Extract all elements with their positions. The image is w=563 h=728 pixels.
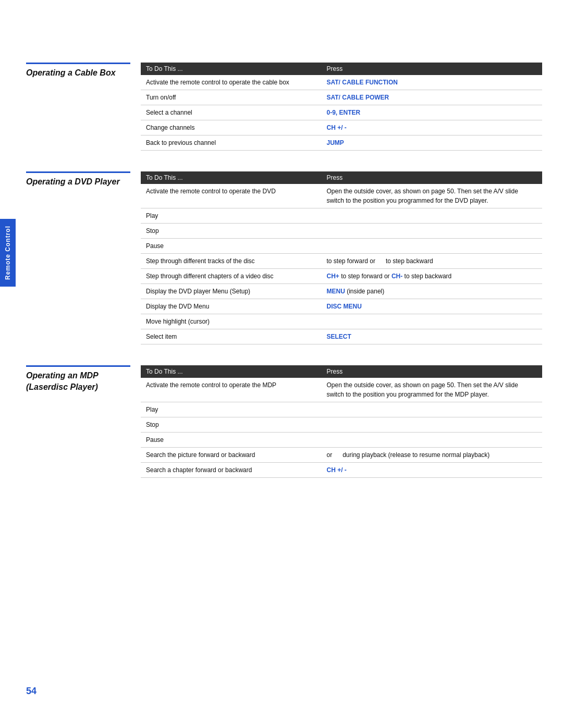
table-row: Step through different chapters of a vid… <box>141 269 542 284</box>
row-col1: Activate the remote control to operate t… <box>141 75 322 90</box>
row-col1: Select a channel <box>141 105 322 120</box>
row-col1: Search a chapter forward or backward <box>141 463 322 478</box>
row-col2: 0-9, ENTER <box>322 105 543 120</box>
row-col2: CH+ to step forward or CH- to step backw… <box>322 269 543 284</box>
table-row: Stop <box>141 417 542 433</box>
col2-header-dvd: Press <box>322 171 543 184</box>
main-content: Operating a Cable Box To Do This ... Pre… <box>26 63 542 728</box>
col1-header-mdp: To Do This ... <box>141 365 322 378</box>
table-row: Pause <box>141 239 542 254</box>
section-title-mdp: Operating an MDP (Laserdisc Player) <box>26 365 130 393</box>
side-tab: Remote Control <box>0 219 16 287</box>
page-container: Remote Control Operating a Cable Box To … <box>0 0 563 728</box>
col2-header-cable: Press <box>322 63 543 75</box>
row-col1: Activate the remote control to operate t… <box>141 378 322 402</box>
section-dvd-player: Operating a DVD Player To Do This ... Pr… <box>26 171 542 344</box>
table-row: Change channels CH +/ - <box>141 120 542 135</box>
row-col1: Step through different chapters of a vid… <box>141 269 322 284</box>
table-row: Select item SELECT <box>141 329 542 344</box>
row-col2 <box>322 208 543 224</box>
row-col1: Display the DVD player Menu (Setup) <box>141 284 322 299</box>
table-row: Step through different tracks of the dis… <box>141 254 542 269</box>
row-col2: CH +/ - <box>322 463 543 478</box>
section-title-cable-box: Operating a Cable Box <box>26 63 130 79</box>
row-col2 <box>322 239 543 254</box>
row-col2: Open the outside cover, as shown on page… <box>322 184 543 208</box>
table-row: Stop <box>141 224 542 239</box>
table-row: Display the DVD player Menu (Setup) MENU… <box>141 284 542 299</box>
table-mdp: To Do This ... Press Activate the remote… <box>141 365 542 478</box>
blue-text: CH+ <box>327 273 339 280</box>
table-row: Select a channel 0-9, ENTER <box>141 105 542 120</box>
section-heading-mdp: Operating an MDP (Laserdisc Player) <box>26 365 130 478</box>
row-col2: SAT/ CABLE POWER <box>322 90 543 105</box>
row-col2: DISC MENU <box>322 299 543 314</box>
table-row: Search a chapter forward or backward CH … <box>141 463 542 478</box>
page-number: 54 <box>26 686 36 697</box>
table-area-dvd: To Do This ... Press Activate the remote… <box>141 171 542 344</box>
table-cable-box: To Do This ... Press Activate the remote… <box>141 63 542 151</box>
row-col1: Step through different tracks of the dis… <box>141 254 322 269</box>
col1-header-dvd: To Do This ... <box>141 171 322 184</box>
blue-text: SELECT <box>327 333 351 340</box>
table-row: Play <box>141 208 542 224</box>
row-col1: Stop <box>141 224 322 239</box>
row-col1: Search the picture forward or backward <box>141 448 322 463</box>
section-title-dvd: Operating a DVD Player <box>26 171 130 188</box>
table-row: Search the picture forward or backward o… <box>141 448 542 463</box>
table-row: Display the DVD Menu DISC MENU <box>141 299 542 314</box>
row-col2: CH +/ - <box>322 120 543 135</box>
col2-header-mdp: Press <box>322 365 543 378</box>
row-col2 <box>322 402 543 417</box>
row-col2 <box>322 433 543 448</box>
row-col1: Turn on/off <box>141 90 322 105</box>
row-col2: MENU (inside panel) <box>322 284 543 299</box>
table-row: Play <box>141 402 542 417</box>
blue-text: CH +/ - <box>327 466 347 474</box>
row-col2: SAT/ CABLE FUNCTION <box>322 75 543 90</box>
blue-text: CH +/ - <box>327 124 347 131</box>
table-row: Turn on/off SAT/ CABLE POWER <box>141 90 542 105</box>
row-col1: Display the DVD Menu <box>141 299 322 314</box>
row-col1: Stop <box>141 417 322 433</box>
row-col2 <box>322 417 543 433</box>
table-row: Activate the remote control to operate t… <box>141 184 542 208</box>
row-col2: SELECT <box>322 329 543 344</box>
row-col2: to step forward or to step backward <box>322 254 543 269</box>
row-col2 <box>322 314 543 329</box>
blue-text: SAT/ CABLE POWER <box>327 94 389 101</box>
col1-header-cable: To Do This ... <box>141 63 322 75</box>
blue-text: DISC MENU <box>327 303 362 310</box>
table-area-cable-box: To Do This ... Press Activate the remote… <box>141 63 542 151</box>
table-row: Activate the remote control to operate t… <box>141 75 542 90</box>
section-cable-box: Operating a Cable Box To Do This ... Pre… <box>26 63 542 151</box>
blue-text: JUMP <box>327 139 344 146</box>
row-col1: Pause <box>141 239 322 254</box>
table-row: Activate the remote control to operate t… <box>141 378 542 402</box>
row-col1: Back to previous channel <box>141 135 322 151</box>
table-area-mdp: To Do This ... Press Activate the remote… <box>141 365 542 478</box>
blue-text: SAT/ CABLE FUNCTION <box>327 79 398 86</box>
side-tab-label: Remote Control <box>4 226 11 280</box>
blue-text: 0-9, ENTER <box>327 109 361 116</box>
section-mdp-player: Operating an MDP (Laserdisc Player) To D… <box>26 365 542 478</box>
row-col1: Select item <box>141 329 322 344</box>
section-heading-dvd: Operating a DVD Player <box>26 171 130 344</box>
row-col1: Pause <box>141 433 322 448</box>
row-col2: Open the outside cover, as shown on page… <box>322 378 543 402</box>
section-heading-cable-box: Operating a Cable Box <box>26 63 130 151</box>
row-col1: Play <box>141 208 322 224</box>
table-row: Back to previous channel JUMP <box>141 135 542 151</box>
row-col2: or during playback (release to resume no… <box>322 448 543 463</box>
table-row: Pause <box>141 433 542 448</box>
blue-text: CH- <box>391 273 402 280</box>
blue-text: MENU <box>327 288 345 295</box>
table-dvd: To Do This ... Press Activate the remote… <box>141 171 542 344</box>
table-row: Move highlight (cursor) <box>141 314 542 329</box>
row-col2 <box>322 224 543 239</box>
row-col1: Change channels <box>141 120 322 135</box>
row-col2: JUMP <box>322 135 543 151</box>
row-col1: Play <box>141 402 322 417</box>
row-col1: Move highlight (cursor) <box>141 314 322 329</box>
row-col1: Activate the remote control to operate t… <box>141 184 322 208</box>
